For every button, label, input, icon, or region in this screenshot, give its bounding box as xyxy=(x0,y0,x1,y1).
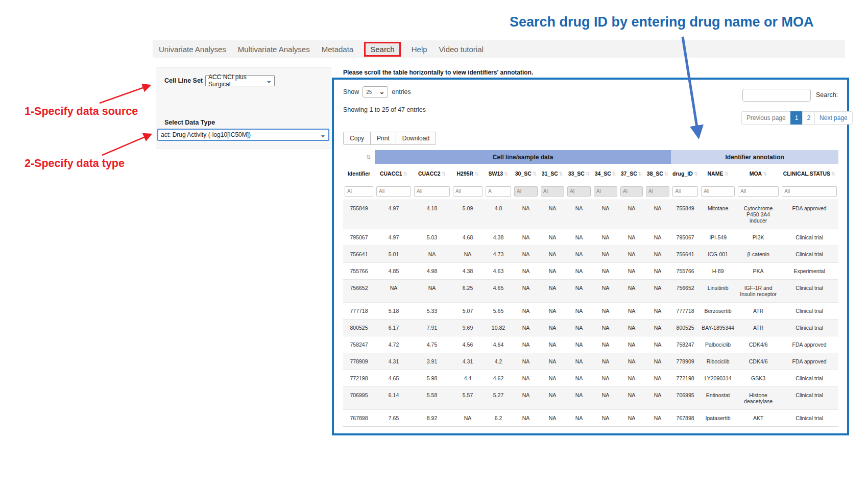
cell-34-sc: NA xyxy=(592,246,619,262)
filter-input-drug-id[interactable] xyxy=(672,186,698,197)
column-header-cuacc1[interactable]: CUACC1⇅ xyxy=(375,164,413,183)
cell-clinical-status: Clinical trial xyxy=(780,302,838,319)
cell-sw13: 6.2 xyxy=(484,409,513,426)
column-header-row: IdentifierCUACC1⇅CUACC2⇅H295R⇅SW13⇅30_SC… xyxy=(343,164,838,183)
cell-cuacc1: 5.18 xyxy=(375,302,413,319)
filter-input-name[interactable] xyxy=(701,186,735,197)
sort-icon: ⇅ xyxy=(638,171,642,177)
column-header-moa[interactable]: MOA⇅ xyxy=(736,164,780,183)
column-header-sw13[interactable]: SW13⇅ xyxy=(484,164,513,183)
cell-31-sc: NA xyxy=(539,302,566,319)
cell-h295r: 4.56 xyxy=(451,336,484,353)
cell-sw13: 4.38 xyxy=(484,229,513,246)
cell-h295r: 4.4 xyxy=(451,370,484,386)
cell-moa: PI3K xyxy=(736,229,780,246)
nav-item-metadata[interactable]: Metadata xyxy=(321,43,355,55)
column-header-h295r[interactable]: H295R⇅ xyxy=(451,164,484,183)
arrow-step2 xyxy=(102,134,151,155)
cell-clinical-status: FDA approved xyxy=(780,336,838,353)
column-header-drug-id[interactable]: drug_ID⇅ xyxy=(671,164,700,183)
cell-37-sc: NA xyxy=(619,409,644,426)
cell-33-sc: NA xyxy=(566,409,592,426)
filter-cell-33-sc xyxy=(566,183,592,200)
filter-input-33-sc xyxy=(567,186,591,197)
cell-moa: ATR xyxy=(736,302,780,319)
nav-item-search[interactable]: Search xyxy=(364,42,401,57)
filter-input-moa[interactable] xyxy=(738,186,779,197)
copy-button[interactable]: Copy xyxy=(343,132,371,145)
data-type-value: act: Drug Activity (-log10[IC50M]) xyxy=(161,131,251,138)
cell-cuacc1: 6.17 xyxy=(375,319,413,336)
column-header-cuacc2[interactable]: CUACC2⇅ xyxy=(413,164,451,183)
column-header-33-sc[interactable]: 33_SC⇅ xyxy=(566,164,592,183)
column-header-name[interactable]: NAME⇅ xyxy=(700,164,736,183)
table-row: 7557664.854.984.384.63NANANANANANA755766… xyxy=(343,262,838,279)
filter-input-sw13[interactable] xyxy=(486,186,511,197)
filter-input-h295r[interactable] xyxy=(453,186,483,197)
data-type-select[interactable]: act: Drug Activity (-log10[IC50M]) ⌄ xyxy=(157,129,329,141)
cell-33-sc: NA xyxy=(566,229,592,246)
cell-identifier: 756641 xyxy=(343,246,375,262)
filter-input-identifier[interactable] xyxy=(345,186,373,197)
column-header-label: Identifier xyxy=(348,170,370,177)
cell-clinical-status: Clinical trial xyxy=(780,370,838,386)
cell-30-sc: NA xyxy=(513,302,539,319)
column-header-31-sc[interactable]: 31_SC⇅ xyxy=(539,164,566,183)
cell-30-sc: NA xyxy=(513,353,539,370)
cell-line-set-select[interactable]: ACC NCI plus Surgical ⌄ xyxy=(205,75,275,86)
annotation-heading: Search drug ID by entering drug name or … xyxy=(510,14,814,30)
previous-page-button[interactable]: Previous page xyxy=(741,111,791,125)
cell-cuacc1: 4.97 xyxy=(375,229,413,246)
nav-item-univariate-analyses[interactable]: Univariate Analyses xyxy=(158,43,227,55)
cell-34-sc: NA xyxy=(592,262,619,279)
cell-drug-id: 767898 xyxy=(671,409,700,426)
column-header-clinical-status[interactable]: CLINICAL.STATUS⇅ xyxy=(780,164,838,183)
cell-name: Mitotane xyxy=(700,200,736,229)
column-header-34-sc[interactable]: 34_SC⇅ xyxy=(592,164,619,183)
page-button-1[interactable]: 1 xyxy=(790,111,803,125)
column-header-identifier[interactable]: Identifier xyxy=(343,164,375,183)
nav-item-multivariate-analyses[interactable]: Multivariate Analyses xyxy=(237,43,311,55)
filter-input-clinical-status[interactable] xyxy=(782,186,837,197)
cell-cuacc1: 6.14 xyxy=(375,386,413,409)
column-header-37-sc[interactable]: 37_SC⇅ xyxy=(619,164,644,183)
data-type-label: Select Data Type xyxy=(164,119,215,126)
cell-34-sc: NA xyxy=(592,229,619,246)
cell-identifier: 772198 xyxy=(343,370,375,386)
filter-input-cuacc2[interactable] xyxy=(414,186,450,197)
pagination: Previous page12Next page xyxy=(741,111,853,125)
column-header-38-sc[interactable]: 38_SC⇅ xyxy=(644,164,671,183)
cell-34-sc: NA xyxy=(592,353,619,370)
filter-row xyxy=(343,183,838,200)
print-button[interactable]: Print xyxy=(370,132,396,145)
cell-30-sc: NA xyxy=(513,319,539,336)
cell-identifier: 778909 xyxy=(343,353,375,370)
column-header-label: 30_SC xyxy=(515,170,532,177)
search-input[interactable] xyxy=(742,89,811,102)
annotation-step1: 1-Specify data source xyxy=(25,105,138,118)
cell-37-sc: NA xyxy=(619,302,644,319)
cell-cuacc1: 4.85 xyxy=(375,262,413,279)
nav-item-video-tutorial[interactable]: Video tutorial xyxy=(438,43,485,55)
cell-cuacc1: 5.01 xyxy=(375,246,413,262)
sort-icon[interactable]: ⇅ xyxy=(366,154,371,160)
next-page-button[interactable]: Next page xyxy=(814,111,853,125)
table-row: 7950674.975.034.684.38NANANANANANA795067… xyxy=(343,229,838,246)
filter-cell-cuacc1 xyxy=(375,183,413,200)
cell-31-sc: NA xyxy=(539,246,566,262)
filter-cell-h295r xyxy=(451,183,484,200)
filter-input-cuacc1[interactable] xyxy=(376,186,411,197)
table-row: 7721984.655.984.44.62NANANANANANA772198L… xyxy=(343,370,838,386)
cell-38-sc: NA xyxy=(644,279,671,302)
cell-drug-id: 795067 xyxy=(671,229,700,246)
cell-31-sc: NA xyxy=(539,336,566,353)
sort-icon: ⇅ xyxy=(533,171,537,177)
column-header-30-sc[interactable]: 30_SC⇅ xyxy=(513,164,539,183)
download-button[interactable]: Download xyxy=(396,132,436,145)
page-length-select[interactable]: 25 ⌄ xyxy=(363,86,388,97)
cell-drug-id: 755766 xyxy=(671,262,700,279)
page-button-2[interactable]: 2 xyxy=(802,111,815,125)
nav-item-help[interactable]: Help xyxy=(411,43,428,55)
cell-37-sc: NA xyxy=(619,279,644,302)
table-info: Showing 1 to 25 of 47 entries xyxy=(343,106,426,113)
